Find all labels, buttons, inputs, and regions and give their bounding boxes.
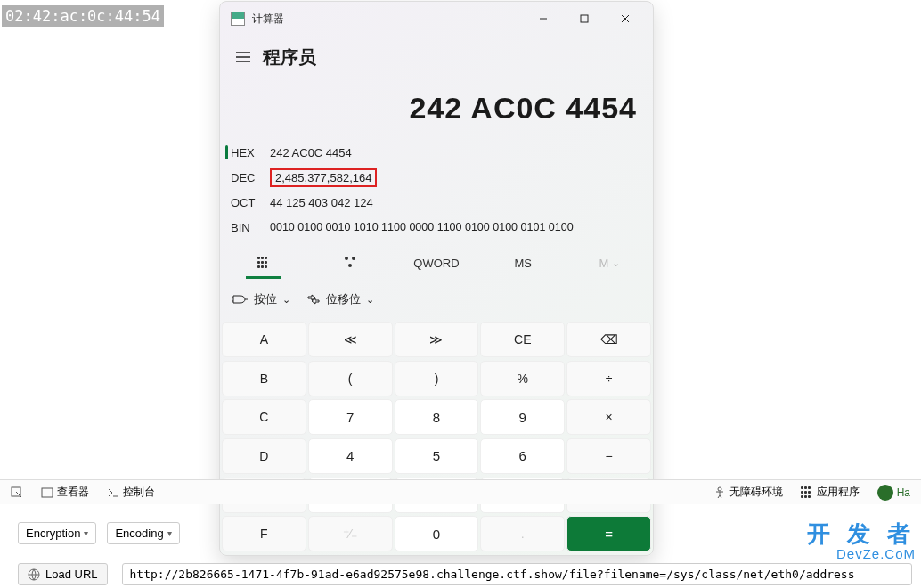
url-input[interactable] [122,563,912,585]
key-6[interactable]: 6 [480,438,565,474]
load-url-button[interactable]: Load URL [18,563,108,585]
key-subtract[interactable]: − [566,438,651,474]
logic-gate-icon [232,294,249,305]
bit-toggle[interactable] [306,247,393,279]
chevron-down-icon: ⌄ [366,294,374,306]
tab-accessibility[interactable]: 无障碍环境 [708,485,788,500]
hex-label: HEX [231,146,270,159]
window-title: 计算器 [252,12,523,27]
inspector-icon [41,486,53,499]
console-icon [107,486,119,499]
url-load-bar: Load URL [18,563,912,585]
key-backspace[interactable]: ⌫ [566,322,651,357]
key-ce[interactable]: CE [480,322,565,357]
menu-button[interactable] [225,41,261,73]
memory-dropdown[interactable]: M⌄ [566,247,653,279]
svg-rect-1 [581,15,588,22]
key-7[interactable]: 7 [308,399,393,435]
bin-value: 0010 0100 0010 1010 1100 0000 1100 0100 … [270,221,574,233]
hex-row[interactable]: HEX 242 AC0C 4454 [231,140,642,165]
mode-label: 程序员 [263,45,316,69]
display: 242 AC0C 4454 [220,82,653,138]
key-5[interactable]: 5 [395,438,479,474]
key-d[interactable]: D [222,438,306,474]
dec-label: DEC [231,171,270,184]
accessibility-icon [713,486,726,499]
key-9[interactable]: 9 [480,399,565,435]
tab-inspector[interactable]: 查看器 [36,485,94,500]
number-bases: HEX 242 AC0C 4454 DEC 2,485,377,582,164 … [220,138,653,247]
mode-bar: 程序员 [220,36,653,82]
bin-row[interactable]: BIN 0010 0100 0010 1010 1100 0000 1100 0… [231,215,642,240]
key-multiply[interactable]: × [566,399,651,435]
key-lparen[interactable]: ( [308,361,393,396]
close-icon [621,14,630,23]
key-b[interactable]: B [222,361,306,396]
bitops-row: 按位 ⌄ 位移位 ⌄ [220,279,653,320]
tab-console[interactable]: 控制台 [102,485,160,500]
bin-label: BIN [231,221,270,234]
key-shift-left[interactable]: ≪ [308,322,393,357]
minimize-icon [539,14,548,23]
key-shift-right[interactable]: ≫ [395,322,479,357]
tab-apps[interactable]: 应用程序 [795,485,865,500]
close-button[interactable] [605,4,646,33]
oct-value: 44 125 403 042 124 [270,196,373,209]
memory-store-button[interactable]: MS [480,247,566,279]
devtools-bar: 查看器 控制台 无障碍环境 应用程序 Ha [0,479,921,504]
chevron-down-icon: ⌄ [612,257,620,269]
chevron-down-icon: ⌄ [282,294,290,306]
keypad-toggle[interactable] [220,247,306,279]
bitshift-label: 位移位 [326,291,361,307]
key-c[interactable]: C [222,399,306,435]
key-divide[interactable]: ÷ [566,361,651,396]
shift-icon [306,294,321,305]
bitwise-dropdown[interactable]: 按位 ⌄ [227,288,296,311]
globe-icon [28,568,40,581]
tab-hackbar[interactable]: Ha [872,485,916,501]
inspect-icon [11,486,23,499]
bitwise-label: 按位 [254,291,277,307]
keypad-icon [257,257,270,269]
key-percent[interactable]: % [480,361,565,396]
key-rparen[interactable]: ) [395,361,479,396]
mac-address-text: 02:42:ac:0c:44:54 [2,5,164,27]
encryption-dropdown[interactable]: Encryption▾ [18,522,96,544]
pick-element-button[interactable] [5,486,29,499]
key-8[interactable]: 8 [395,399,479,435]
dec-row[interactable]: DEC 2,485,377,582,164 [231,165,642,190]
calculator-icon [231,12,245,26]
titlebar: 计算器 [220,2,653,36]
svg-rect-8 [42,488,53,497]
svg-point-9 [718,487,721,491]
calculator-window: 计算器 程序员 242 AC0C 4454 HEX 242 AC0C 4454 … [219,1,654,556]
hex-value: 242 AC0C 4454 [270,146,352,159]
oct-label: OCT [231,196,270,209]
dec-value: 2,485,377,582,164 [270,168,377,187]
minimize-button[interactable] [523,4,564,33]
caret-down-icon: ▾ [84,528,88,538]
caret-down-icon: ▾ [167,528,172,538]
bits-icon [343,257,357,269]
hamburger-icon [236,52,250,62]
apps-icon [801,486,813,499]
word-size-button[interactable]: QWORD [393,247,479,279]
key-4[interactable]: 4 [308,438,393,474]
maximize-button[interactable] [564,4,605,33]
hackbar-icon [877,485,893,501]
encoding-dropdown[interactable]: Encoding▾ [107,522,179,544]
hackbar-toolbar: Encryption▾ Encoding▾ [0,517,921,550]
maximize-icon [580,14,589,23]
key-a[interactable]: A [222,322,306,357]
options-row: QWORD MS M⌄ [220,247,653,279]
oct-row[interactable]: OCT 44 125 403 042 124 [231,190,642,215]
bitshift-dropdown[interactable]: 位移位 ⌄ [301,288,379,311]
